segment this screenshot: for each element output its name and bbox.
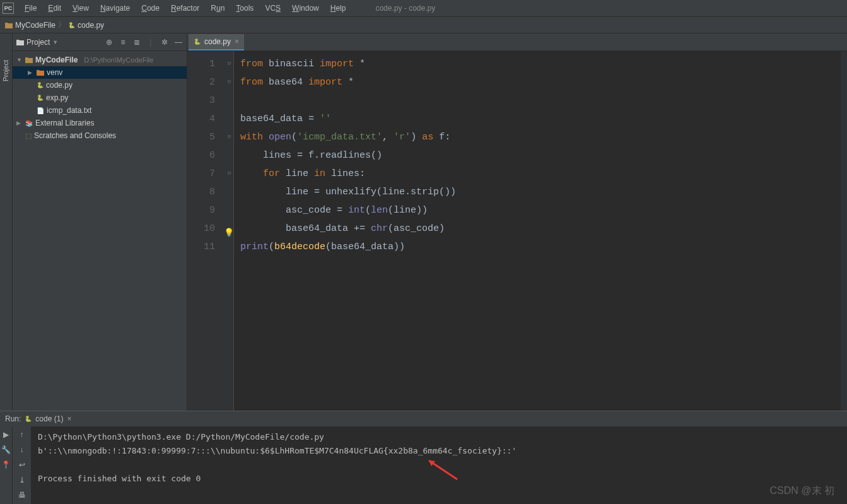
gear-icon[interactable]: ✲ <box>160 38 169 47</box>
code-editor[interactable]: 1234567891011 ⊟⊟ ⊟⊟ 💡 from binascii impo… <box>187 51 847 411</box>
run-label: Run: <box>5 414 21 423</box>
run-gutter-secondary: ↑ ↓ ↩ ⤓ 🖶 <box>13 426 32 504</box>
breadcrumb-root-label: MyCodeFile <box>15 21 55 30</box>
menu-window[interactable]: Window <box>288 2 324 15</box>
left-tool-stripe[interactable]: Project <box>0 33 13 411</box>
tree-root[interactable]: ▼ MyCodeFile D:\Python\MyCodeFile <box>13 54 187 66</box>
down-arrow-icon[interactable]: ↓ <box>20 445 24 454</box>
pin-icon[interactable]: 📍 <box>1 460 11 469</box>
folder-icon <box>37 69 44 76</box>
close-icon[interactable]: × <box>67 414 71 423</box>
tree-item-icmp-data[interactable]: 📄 icmp_data.txt <box>13 104 187 117</box>
code-content[interactable]: from binascii import *from base64 import… <box>234 51 841 411</box>
app-icon: PC <box>3 3 14 14</box>
menu-refactor[interactable]: Refactor <box>166 2 204 15</box>
chevron-down-icon[interactable]: ▼ <box>16 57 23 63</box>
divider: | <box>146 38 155 47</box>
project-pane: Project ▼ ⊕ ≡ ≣ | ✲ — ▼ MyCodeFile D:\Py… <box>13 33 187 411</box>
menu-help[interactable]: Help <box>326 2 351 15</box>
project-tree[interactable]: ▼ MyCodeFile D:\Python\MyCodeFile ▶ venv… <box>13 51 187 144</box>
line-number-gutter: 1234567891011 <box>187 51 225 411</box>
tab-label: code.py <box>204 37 231 46</box>
wrench-icon[interactable]: 🔧 <box>1 445 11 454</box>
folder-icon <box>25 57 33 63</box>
menu-file[interactable]: File <box>20 2 41 15</box>
chevron-right-icon[interactable]: ▶ <box>28 69 34 76</box>
window-title: code.py - code.py <box>375 4 435 13</box>
menu-vcs[interactable]: VCS <box>260 2 285 15</box>
editor-tab-bar: 🐍 code.py × <box>187 33 847 51</box>
folder-icon <box>16 39 24 45</box>
fold-gutter: ⊟⊟ ⊟⊟ 💡 <box>225 51 234 411</box>
menu-navigate[interactable]: Navigate <box>96 2 134 15</box>
tree-item-venv[interactable]: ▶ venv <box>13 66 187 79</box>
python-file-icon: 🐍 <box>68 22 75 28</box>
soft-wrap-icon[interactable]: ↩ <box>19 460 25 469</box>
run-gutter-primary: ▶ 🔧 📍 <box>0 426 13 504</box>
library-icon: 📚 <box>25 120 33 127</box>
tree-scratches[interactable]: ⬚ Scratches and Consoles <box>13 129 187 142</box>
editor-area: 🐍 code.py × 1234567891011 ⊟⊟ ⊟⊟ 💡 from b… <box>187 33 847 411</box>
chevron-right-icon[interactable]: ▶ <box>16 120 23 126</box>
intention-bulb-icon[interactable]: 💡 <box>224 224 234 242</box>
breadcrumb: MyCodeFile 〉 🐍 code.py <box>0 17 847 33</box>
project-tool-button[interactable]: Project <box>2 60 9 81</box>
tree-root-path: D:\Python\MyCodeFile <box>84 56 153 64</box>
tree-external-libraries[interactable]: ▶ 📚 External Libraries <box>13 117 187 129</box>
python-file-icon: 🐍 <box>37 82 44 88</box>
project-header: Project ▼ ⊕ ≡ ≣ | ✲ — <box>13 33 187 51</box>
watermark: CSDN @末 初 <box>770 484 834 498</box>
expand-all-icon[interactable]: ≡ <box>119 38 127 47</box>
run-output[interactable]: D:\Python\Python3\python3.exe D:/Python/… <box>32 426 847 504</box>
run-target[interactable]: code (1) <box>35 414 63 423</box>
tree-item-exp-py[interactable]: 🐍 exp.py <box>13 91 187 104</box>
menu-run[interactable]: Run <box>206 2 229 15</box>
error-stripe[interactable] <box>841 51 847 411</box>
run-header: Run: 🐍 code (1) × <box>0 411 847 426</box>
locate-icon[interactable]: ⊕ <box>105 38 114 47</box>
tree-root-label: MyCodeFile <box>35 56 78 64</box>
breadcrumb-file[interactable]: 🐍 code.py <box>68 21 104 30</box>
python-file-icon: 🐍 <box>37 95 44 101</box>
menu-view[interactable]: View <box>68 2 93 15</box>
rerun-icon[interactable]: ▶ <box>3 430 9 439</box>
python-file-icon: 🐍 <box>25 416 32 422</box>
main-area: Project Project ▼ ⊕ ≡ ≣ | ✲ — ▼ MyCodeFi… <box>0 33 847 411</box>
menu-code[interactable]: Code <box>137 2 164 15</box>
folder-icon <box>5 22 13 28</box>
chevron-down-icon: ▼ <box>52 39 58 45</box>
breadcrumb-root[interactable]: MyCodeFile <box>5 21 55 30</box>
hide-icon[interactable]: — <box>174 38 183 47</box>
close-icon[interactable]: × <box>235 37 239 46</box>
python-file-icon: 🐍 <box>194 38 201 45</box>
title-bar: PC File Edit View Navigate Code Refactor… <box>0 0 847 17</box>
editor-tab-code-py[interactable]: 🐍 code.py × <box>189 34 244 50</box>
tree-item-code-py[interactable]: 🐍 code.py <box>13 79 187 91</box>
print-icon[interactable]: 🖶 <box>18 491 26 500</box>
main-menu: File Edit View Navigate Code Refactor Ru… <box>20 2 350 15</box>
menu-tools[interactable]: Tools <box>231 2 258 15</box>
breadcrumb-file-label: code.py <box>78 21 104 30</box>
project-header-title[interactable]: Project ▼ <box>16 38 58 47</box>
breadcrumb-separator-icon: 〉 <box>58 20 66 30</box>
text-file-icon: 📄 <box>37 107 44 114</box>
scratches-icon: ⬚ <box>25 132 32 140</box>
run-tool-window: Run: 🐍 code (1) × ▶ 🔧 📍 ↑ ↓ ↩ ⤓ 🖶 D:\Pyt… <box>0 411 847 504</box>
scroll-to-end-icon[interactable]: ⤓ <box>19 476 25 484</box>
collapse-all-icon[interactable]: ≣ <box>132 38 141 47</box>
menu-edit[interactable]: Edit <box>44 2 66 15</box>
up-arrow-icon[interactable]: ↑ <box>20 430 24 439</box>
